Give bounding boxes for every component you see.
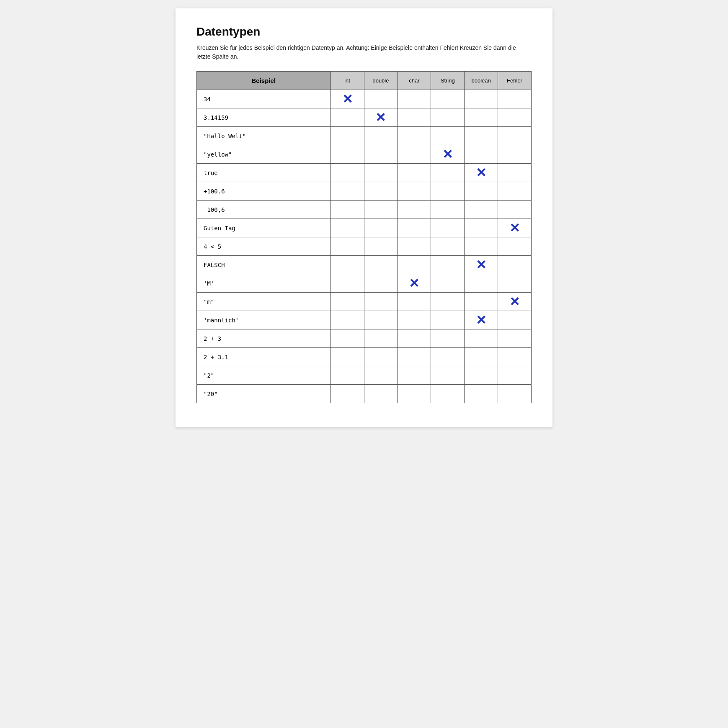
beispiel-cell: "m": [197, 293, 331, 311]
check-cell-char: [398, 237, 431, 256]
table-row: "yellow"✕: [197, 145, 532, 164]
header-string: String: [431, 72, 465, 90]
check-cell-fehler: [498, 329, 532, 348]
check-cell-double: [364, 90, 398, 108]
table-row: 2 + 3: [197, 329, 532, 348]
check-cell-int: [330, 366, 364, 385]
check-cell-int: [330, 274, 364, 293]
beispiel-cell: 'männlich': [197, 311, 331, 329]
check-cell-char: ✕: [398, 274, 431, 293]
table-row: 'männlich'✕: [197, 311, 532, 329]
check-cell-fehler: [498, 182, 532, 201]
check-cell-int: [330, 329, 364, 348]
check-cell-int: [330, 256, 364, 274]
cross-icon: ✕: [509, 295, 520, 309]
check-cell-string: [431, 256, 465, 274]
beispiel-cell: true: [197, 164, 331, 182]
check-cell-boolean: [465, 145, 498, 164]
header-int: int: [330, 72, 364, 90]
cross-icon: ✕: [476, 313, 486, 327]
cross-icon: ✕: [476, 166, 486, 180]
beispiel-cell: "Hallo Welt": [197, 127, 331, 145]
check-cell-string: [431, 366, 465, 385]
beispiel-cell: FALSCH: [197, 256, 331, 274]
check-cell-boolean: [465, 108, 498, 127]
check-cell-string: [431, 385, 465, 403]
beispiel-cell: 34: [197, 90, 331, 108]
check-cell-double: [364, 293, 398, 311]
cross-icon: ✕: [409, 276, 419, 290]
check-cell-string: [431, 219, 465, 237]
check-cell-boolean: [465, 219, 498, 237]
cross-icon: ✕: [375, 111, 386, 124]
check-cell-int: [330, 201, 364, 219]
check-cell-string: [431, 164, 465, 182]
check-cell-string: [431, 90, 465, 108]
beispiel-cell: "20": [197, 385, 331, 403]
check-cell-fehler: [498, 164, 532, 182]
beispiel-cell: 4 < 5: [197, 237, 331, 256]
check-cell-fehler: [498, 311, 532, 329]
check-cell-double: [364, 219, 398, 237]
check-cell-int: [330, 145, 364, 164]
beispiel-cell: 3.14159: [197, 108, 331, 127]
cross-icon: ✕: [342, 92, 353, 106]
check-cell-string: [431, 348, 465, 366]
page: Datentypen Kreuzen Sie für jedes Beispie…: [176, 8, 552, 427]
check-cell-fehler: [498, 201, 532, 219]
table-row: 3.14159✕: [197, 108, 532, 127]
header-beispiel: Beispiel: [197, 72, 331, 90]
cross-icon: ✕: [476, 258, 486, 272]
check-cell-fehler: [498, 237, 532, 256]
check-cell-char: [398, 256, 431, 274]
check-cell-fehler: [498, 256, 532, 274]
check-cell-int: [330, 385, 364, 403]
instructions-text: Kreuzen Sie für jedes Beispiel den richt…: [196, 44, 532, 61]
check-cell-double: [364, 182, 398, 201]
check-cell-boolean: [465, 237, 498, 256]
check-cell-fehler: [498, 127, 532, 145]
beispiel-cell: 'M': [197, 274, 331, 293]
check-cell-fehler: [498, 145, 532, 164]
check-cell-char: [398, 348, 431, 366]
beispiel-cell: "yellow": [197, 145, 331, 164]
beispiel-cell: Guten Tag: [197, 219, 331, 237]
check-cell-char: [398, 293, 431, 311]
check-cell-double: [364, 329, 398, 348]
check-cell-boolean: ✕: [465, 256, 498, 274]
check-cell-boolean: [465, 127, 498, 145]
check-cell-fehler: [498, 274, 532, 293]
check-cell-string: [431, 311, 465, 329]
check-cell-double: [364, 145, 398, 164]
check-cell-boolean: [465, 182, 498, 201]
header-boolean: boolean: [465, 72, 498, 90]
check-cell-string: [431, 274, 465, 293]
table-row: "20": [197, 385, 532, 403]
check-cell-fehler: [498, 90, 532, 108]
check-cell-string: [431, 127, 465, 145]
check-cell-double: [364, 164, 398, 182]
check-cell-boolean: [465, 201, 498, 219]
check-cell-fehler: [498, 348, 532, 366]
check-cell-boolean: [465, 329, 498, 348]
check-cell-char: [398, 145, 431, 164]
check-cell-string: [431, 237, 465, 256]
check-cell-double: ✕: [364, 108, 398, 127]
beispiel-cell: +100.6: [197, 182, 331, 201]
check-cell-int: [330, 164, 364, 182]
check-cell-fehler: ✕: [498, 219, 532, 237]
table-row: 2 + 3.1: [197, 348, 532, 366]
cross-icon: ✕: [509, 221, 520, 235]
check-cell-int: [330, 293, 364, 311]
check-cell-char: [398, 90, 431, 108]
check-cell-double: [364, 201, 398, 219]
check-cell-char: [398, 329, 431, 348]
check-cell-int: [330, 219, 364, 237]
check-cell-string: [431, 293, 465, 311]
check-cell-boolean: [465, 90, 498, 108]
table-row: 34✕: [197, 90, 532, 108]
datentypen-table: Beispiel int double char String boolean …: [196, 71, 532, 403]
check-cell-int: [330, 182, 364, 201]
check-cell-int: ✕: [330, 90, 364, 108]
check-cell-double: [364, 256, 398, 274]
